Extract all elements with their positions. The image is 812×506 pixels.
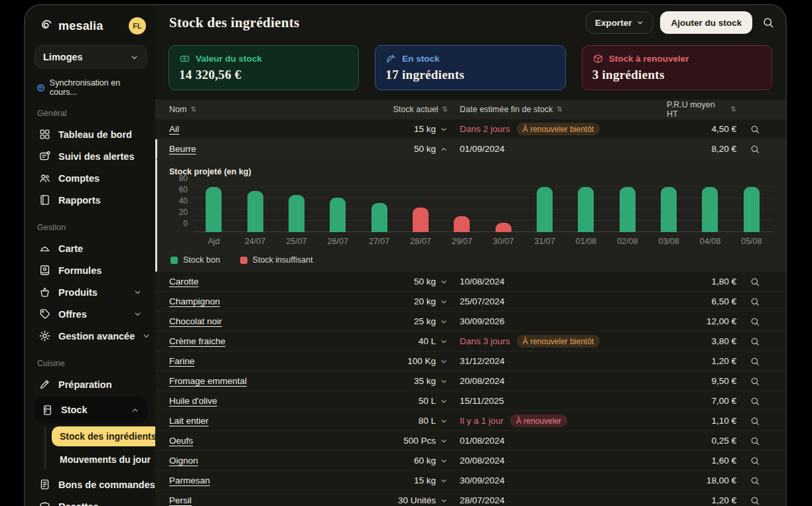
ingredient-name-link[interactable]: Lait entier <box>169 416 208 426</box>
sidebar-item-rapports[interactable]: Rapports <box>34 189 147 211</box>
row-search-icon[interactable] <box>750 416 760 426</box>
chart-bar[interactable] <box>702 187 718 232</box>
ingredient-name-link[interactable]: Champignon <box>169 296 220 306</box>
stock-quantity-dropdown[interactable]: 25 kg <box>335 316 448 326</box>
row-search-icon[interactable] <box>750 316 760 327</box>
end-of-stock-date: 01/09/2024 <box>460 144 505 154</box>
table-row[interactable]: Fromage emmental 35 kg 20/08/2024 9,50 € <box>155 371 785 391</box>
table-row[interactable]: Persil 30 Unités 28/07/2024 1,20 € <box>155 491 785 506</box>
ingredient-name-link[interactable]: Chocolat noir <box>169 316 222 326</box>
stock-quantity-dropdown[interactable]: 500 Pcs <box>335 436 448 446</box>
sort-icon[interactable]: ⇅ <box>442 106 448 113</box>
chart-bar[interactable] <box>661 187 677 232</box>
export-button[interactable]: Exporter <box>586 11 654 34</box>
chart-bar[interactable] <box>578 187 594 232</box>
column-header[interactable]: Stock actuel ⇅ <box>335 105 448 114</box>
ingredient-name-link[interactable]: Farine <box>169 356 194 366</box>
sidebar-item-carte[interactable]: Carte <box>34 237 147 259</box>
stock-quantity-dropdown[interactable]: 20 kg <box>335 296 448 306</box>
sidebar-item-tableau-de-bord[interactable]: Tableau de bord <box>34 123 147 145</box>
sidebar-item-formules[interactable]: Formules <box>34 259 147 281</box>
sidebar-item-produits[interactable]: Produits <box>34 281 147 303</box>
sidebar-item-offres[interactable]: Offres <box>34 303 147 325</box>
sort-icon[interactable]: ⇅ <box>731 106 736 113</box>
stock-quantity-dropdown[interactable]: 35 kg <box>335 376 448 386</box>
sidebar-item-comptes[interactable]: Comptes <box>34 167 147 189</box>
row-search-icon[interactable] <box>750 277 760 287</box>
chart-bar[interactable] <box>413 208 429 232</box>
chart-bar[interactable] <box>744 187 760 232</box>
ingredient-name-link[interactable]: Parmesan <box>169 475 210 485</box>
row-search-icon[interactable] <box>750 336 760 347</box>
table-row[interactable]: Lait entier 80 L Il y a 1 jour À renouve… <box>155 411 785 431</box>
chart-bar[interactable] <box>289 195 304 232</box>
stock-quantity-dropdown[interactable]: 100 Kg <box>335 356 448 366</box>
sidebar-item-stock[interactable]: Stock <box>34 397 147 423</box>
row-search-icon[interactable] <box>750 296 760 307</box>
stock-quantity-dropdown[interactable]: 15 kg <box>335 124 448 134</box>
ingredient-name-link[interactable]: Persil <box>169 495 192 505</box>
stock-quantity-dropdown[interactable]: 50 L <box>335 396 448 406</box>
chart-bar[interactable] <box>330 198 346 232</box>
row-search-icon[interactable] <box>750 436 760 446</box>
chart-bar[interactable] <box>496 223 511 232</box>
ingredient-name-link[interactable]: Beurre <box>169 144 196 154</box>
row-search-icon[interactable] <box>750 376 760 387</box>
location-selector[interactable]: Limoges <box>34 45 147 69</box>
sidebar-item-bons-de-commandes[interactable]: Bons de commandes <box>34 474 147 495</box>
sort-icon[interactable]: ⇅ <box>190 106 196 113</box>
table-row[interactable]: Oignon 60 kg 20/08/2024 1,60 € <box>155 451 785 471</box>
table-row[interactable]: Crème fraiche 40 L Dans 3 jours À renouv… <box>155 332 785 351</box>
chart-bar[interactable] <box>454 216 470 232</box>
ingredient-name-link[interactable]: Carotte <box>169 277 198 286</box>
chart-bar[interactable] <box>206 187 222 232</box>
row-search-icon[interactable] <box>750 456 760 466</box>
column-header[interactable]: Nom ⇅ <box>169 105 335 114</box>
stock-quantity-dropdown[interactable]: 80 L <box>335 416 448 426</box>
row-search-icon[interactable] <box>750 356 760 367</box>
chart-bar[interactable] <box>537 187 553 232</box>
sidebar-item-gestion-avanc-e[interactable]: Gestion avancée <box>34 325 147 347</box>
ingredient-name-link[interactable]: Huile d'olive <box>169 396 217 406</box>
sort-icon[interactable]: ⇅ <box>557 106 562 113</box>
table-row[interactable]: Beurre 50 kg 01/09/2024 8,20 € <box>155 139 785 159</box>
ingredient-name-link[interactable]: Crème fraiche <box>169 336 226 346</box>
add-stock-button[interactable]: Ajouter du stock <box>660 11 752 34</box>
stat-card-label: Valeur du stock <box>196 54 262 64</box>
sidebar-item-suivi-des-alertes[interactable]: Suivi des alertes <box>34 145 147 167</box>
sidebar-item-recettes[interactable]: Recettes <box>34 495 147 506</box>
column-header[interactable]: Date estimée fin de stock ⇅ <box>448 105 667 114</box>
stock-quantity-dropdown[interactable]: 15 kg <box>335 475 448 485</box>
ingredient-name-link[interactable]: Oeufs <box>169 436 193 446</box>
table-row[interactable]: Parmesan 15 kg 30/09/2024 18,00 € <box>155 471 785 491</box>
chart-bar[interactable] <box>372 203 387 232</box>
table-row[interactable]: Champignon 20 kg 25/07/2024 6,50 € <box>155 292 785 312</box>
stock-quantity-dropdown[interactable]: 30 Unités <box>335 495 448 505</box>
row-search-icon[interactable] <box>750 495 760 506</box>
ingredient-name-link[interactable]: Ail <box>169 124 179 134</box>
stock-quantity-dropdown[interactable]: 50 kg <box>335 144 448 154</box>
stock-quantity-dropdown[interactable]: 60 kg <box>335 456 448 466</box>
table-row[interactable]: Huile d'olive 50 L 15/11/2025 7,00 € <box>155 391 785 411</box>
ingredient-name-link[interactable]: Fromage emmental <box>169 376 247 386</box>
avatar[interactable]: FL <box>129 17 146 34</box>
table-row[interactable]: Ail 15 kg Dans 2 jours À renouveler bien… <box>155 119 785 139</box>
sidebar-subitem-mouvements-du-jour[interactable]: Mouvements du jour <box>52 450 159 470</box>
sidebar-item-pr-paration[interactable]: Préparation <box>34 373 147 395</box>
table-row[interactable]: Farine 100 Kg 31/12/2024 1,20 € <box>155 351 785 371</box>
chart-bar[interactable] <box>620 187 636 232</box>
search-icon[interactable] <box>762 16 775 29</box>
row-search-icon[interactable] <box>750 124 760 135</box>
ingredient-name-link[interactable]: Oignon <box>169 456 198 466</box>
table-row[interactable]: Chocolat noir 25 kg 30/09/2026 12,00 € <box>155 312 785 332</box>
table-row[interactable]: Carotte 50 kg 10/08/2024 1,80 € <box>155 272 785 292</box>
column-header[interactable]: P.R.U moyen HT ⇅ <box>667 100 736 119</box>
chart-bar[interactable] <box>247 191 263 232</box>
stock-quantity-dropdown[interactable]: 40 L <box>335 336 448 346</box>
stock-quantity-dropdown[interactable]: 50 kg <box>335 277 448 286</box>
row-search-icon[interactable] <box>750 144 760 155</box>
row-search-icon[interactable] <box>750 396 760 407</box>
sidebar-subitem-stock-des-ingr-dients[interactable]: Stock des ingrédients <box>52 426 164 446</box>
row-search-icon[interactable] <box>750 475 760 486</box>
table-row[interactable]: Oeufs 500 Pcs 01/08/2024 0,25 € <box>155 431 785 451</box>
